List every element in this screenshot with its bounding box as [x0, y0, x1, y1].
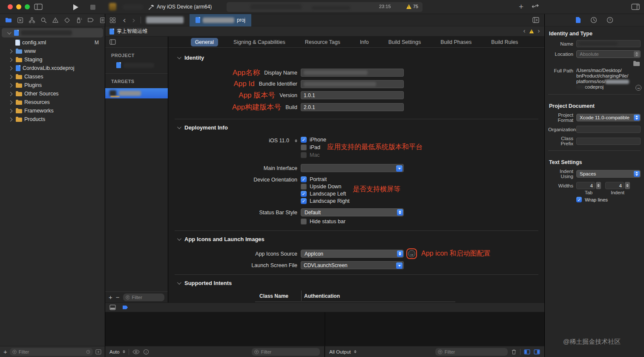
device-ipad-checkbox[interactable]: iPad — [301, 144, 326, 150]
section-header[interactable]: Supported Intents — [169, 280, 544, 286]
test-navigator-icon[interactable] — [64, 17, 70, 23]
disclosure-closed-icon[interactable] — [7, 109, 14, 112]
launch-screen-combo[interactable]: CDVLaunchScreen — [301, 261, 404, 269]
disclosure-closed-icon[interactable] — [7, 58, 14, 61]
tab-signing-capabilities[interactable]: Signing & Capabilities — [229, 38, 290, 46]
tab-width-field[interactable]: 4 — [576, 182, 595, 189]
navigator-filter-field[interactable] — [10, 348, 93, 356]
tree-item-staging[interactable]: Staging — [0, 55, 105, 64]
minimize-window-button[interactable] — [16, 4, 21, 9]
quicklook-eye-icon[interactable] — [132, 349, 140, 354]
version-field[interactable]: 1.0.1 — [301, 91, 404, 99]
filter-input[interactable] — [132, 295, 162, 300]
tab-width-stepper[interactable] — [596, 182, 601, 189]
tab-info[interactable]: Info — [356, 38, 373, 46]
next-issue-button[interactable]: › — [538, 28, 540, 35]
tab-build-settings[interactable]: Build Settings — [384, 38, 425, 46]
tab-overview-icon[interactable] — [109, 17, 116, 23]
toggle-debug-area-icon[interactable] — [109, 305, 116, 310]
show-variables-pane-icon[interactable] — [524, 349, 530, 354]
variables-filter-field[interactable] — [252, 348, 320, 356]
disclosure-closed-icon[interactable] — [7, 118, 14, 121]
filter-input[interactable] — [261, 349, 317, 354]
clear-console-trash-icon[interactable] — [511, 349, 517, 355]
source-control-navigator-icon[interactable] — [17, 17, 23, 23]
variables-view[interactable] — [105, 312, 324, 346]
section-header[interactable]: Deployment Info — [169, 124, 544, 131]
editor-swap-icon[interactable] — [532, 4, 539, 10]
open-full-path-button[interactable]: → — [635, 85, 641, 91]
target-item-selected[interactable] — [105, 88, 168, 98]
symbol-navigator-icon[interactable] — [29, 17, 35, 23]
tab-build-rules[interactable]: Build Rules — [487, 38, 522, 46]
build-field[interactable]: 2.0.1 — [301, 103, 404, 111]
stop-button[interactable] — [90, 5, 95, 10]
remove-target-button[interactable]: − — [116, 294, 120, 301]
app-icons-source-popup[interactable]: AppIcon — [301, 250, 404, 258]
inactive-tab-redacted[interactable] — [146, 17, 184, 23]
wrap-lines-checkbox[interactable]: Wrap lines — [576, 197, 608, 202]
tree-item-resources[interactable]: Resources — [0, 98, 105, 107]
column-header-class-name[interactable]: Class Name — [259, 293, 288, 299]
combo-dropdown-icon[interactable] — [396, 165, 402, 172]
disclosure-closed-icon[interactable] — [7, 92, 14, 95]
combo-dropdown-icon[interactable] — [396, 262, 402, 269]
disclosure-closed-icon[interactable] — [7, 75, 14, 78]
tree-item-plugins[interactable]: Plugins — [0, 81, 105, 89]
tree-item-config-xml[interactable]: config.xml M — [0, 38, 105, 47]
disclosure-closed-icon[interactable] — [7, 101, 14, 104]
column-header-authentication[interactable]: Authentication — [304, 293, 340, 299]
toggle-inspector-icon[interactable] — [631, 3, 640, 10]
add-button[interactable]: + — [519, 2, 523, 12]
name-field[interactable] — [576, 40, 641, 47]
orientation-upside-down-checkbox[interactable]: Upside Down — [301, 184, 350, 190]
add-target-button[interactable]: + — [109, 294, 112, 301]
indent-width-field[interactable]: 4 — [605, 182, 624, 189]
variables-scope-popup[interactable]: Auto — [109, 349, 125, 354]
add-item-button[interactable]: + — [3, 348, 7, 355]
reveal-folder-icon[interactable] — [633, 62, 640, 66]
console-view[interactable] — [325, 312, 544, 346]
main-interface-combo[interactable] — [301, 164, 404, 172]
project-format-popup[interactable]: Xcode 11.0-compatible — [576, 114, 641, 121]
hide-panel-icon[interactable] — [109, 39, 116, 45]
indent-using-popup[interactable]: Spaces — [576, 170, 641, 178]
disclosure-closed-icon[interactable] — [7, 67, 14, 70]
targets-filter-field[interactable] — [123, 294, 164, 301]
tree-item-other-sources[interactable]: Other Sources — [0, 89, 105, 98]
close-window-button[interactable] — [8, 4, 13, 9]
device-iphone-checkbox[interactable]: iPhone — [301, 137, 326, 143]
issue-warning-icon[interactable] — [529, 29, 534, 33]
file-inspector-icon[interactable] — [575, 17, 581, 23]
debug-navigator-icon[interactable] — [75, 17, 82, 23]
active-window-tab[interactable]: proj — [190, 14, 251, 26]
toggle-navigator-icon[interactable] — [34, 3, 43, 10]
add-editor-icon[interactable] — [532, 17, 539, 23]
console-filter-field[interactable] — [435, 348, 508, 356]
breakpoints-toggle-icon[interactable] — [122, 305, 129, 310]
section-header[interactable]: App Icons and Launch Images — [169, 236, 544, 242]
go-back-button[interactable]: ‹ — [123, 16, 126, 24]
scheme-name-redacted[interactable] — [123, 4, 143, 10]
scm-filter-icon[interactable] — [95, 349, 101, 354]
info-icon[interactable]: i — [143, 349, 149, 355]
console-output-popup[interactable]: All Output — [329, 349, 356, 354]
tab-general[interactable]: General — [191, 38, 218, 46]
recent-files-icon[interactable] — [86, 349, 90, 354]
tab-resource-tags[interactable]: Resource Tags — [301, 38, 345, 46]
run-destination-label[interactable]: Any iOS Device (arm64) — [157, 4, 212, 10]
hide-status-bar-checkbox[interactable]: Hide status bar — [301, 219, 345, 225]
prev-issue-button[interactable]: ‹ — [523, 28, 526, 35]
section-disclosure-icon[interactable] — [177, 280, 181, 285]
go-forward-button[interactable]: › — [132, 16, 135, 24]
ios-version-label[interactable]: iOS 11.0 — [269, 138, 289, 144]
version-stepper-icon[interactable] — [295, 139, 297, 142]
orientation-landscape-left-checkbox[interactable]: Landscape Left — [301, 191, 350, 197]
find-navigator-icon[interactable] — [40, 17, 47, 23]
show-console-pane-icon[interactable] — [534, 349, 540, 354]
section-header[interactable]: Identity — [169, 55, 544, 61]
help-inspector-icon[interactable]: ? — [607, 17, 613, 23]
project-item[interactable] — [105, 60, 168, 70]
zoom-window-button[interactable] — [25, 4, 30, 9]
issue-navigator-icon[interactable] — [52, 17, 59, 23]
